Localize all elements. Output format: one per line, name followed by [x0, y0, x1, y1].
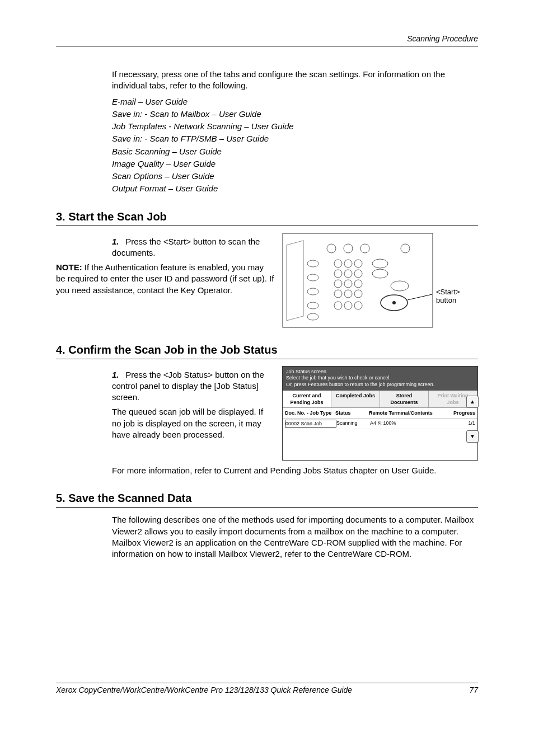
- note-text: If the Authentication feature is enabled…: [56, 262, 274, 295]
- para-2: The queued scan job will be displayed. I…: [112, 406, 274, 440]
- job-status-header: Job Status screen Select the job that yo…: [283, 367, 477, 391]
- section-3-heading: 3. Start the Scan Job: [56, 210, 478, 226]
- job-status-row[interactable]: 00002 Scan Job Scanning A4 ⎘: 100% 1/1: [283, 419, 477, 429]
- tab-completed[interactable]: Completed Jobs: [331, 391, 380, 407]
- js-subtitle2: Or, press Features button to return to t…: [286, 382, 474, 388]
- step-number: 1.: [112, 369, 123, 381]
- col-doc: Doc. No. - Job Type: [285, 410, 335, 416]
- section-3-text: 1. Press the <Start> button to scan the …: [112, 233, 274, 299]
- tab-stored[interactable]: Stored Documents: [380, 391, 429, 407]
- col-status: Status: [335, 410, 369, 416]
- section-4-text: 1. Press the <Job Status> button on the …: [112, 366, 274, 444]
- scroll-up-button[interactable]: ▲: [466, 396, 479, 408]
- js-subtitle: Select the job that you wish to check or…: [286, 375, 474, 382]
- ref-item: E-mail – User Guide: [112, 96, 478, 107]
- header-section-title: Scanning Procedure: [407, 34, 478, 43]
- start-button-callout: <Start> button: [436, 288, 460, 305]
- footer-page-number: 77: [469, 685, 478, 694]
- reference-list: E-mail – User Guide Save in: - Scan to M…: [112, 96, 478, 195]
- ref-item: Save in: - Scan to FTP/SMB – User Guide: [112, 133, 478, 144]
- section-5-heading: 5. Save the Scanned Data: [56, 492, 478, 508]
- ref-item: Save in: - Scan to Mailbox – User Guide: [112, 109, 478, 120]
- ref-item: Scan Options – User Guide: [112, 171, 478, 182]
- step-1-text: Press the <Start> button to scan the doc…: [112, 237, 260, 257]
- job-status-screenshot: Job Status screen Select the job that yo…: [282, 366, 478, 461]
- job-status-tabs: Current and Pending Jobs Completed Jobs …: [283, 391, 477, 408]
- intro-paragraph: If necessary, press one of the tabs and …: [112, 69, 478, 92]
- cell-remote: A4 ⎘: 100%: [370, 420, 447, 428]
- step-number: 1.: [112, 236, 123, 247]
- col-remote: Remote Terminal/Contents: [369, 410, 447, 416]
- section-4-heading: 4. Confirm the Scan Job in the Job Statu…: [56, 344, 478, 359]
- ref-item: Job Templates - Network Scanning – User …: [112, 121, 478, 132]
- note-label: NOTE:: [56, 262, 82, 272]
- ref-item: Basic Scanning – User Guide: [112, 146, 478, 157]
- scroll-down-button[interactable]: ▼: [466, 430, 479, 443]
- js-title: Job Status screen: [286, 369, 474, 375]
- ref-item: Image Quality – User Guide: [112, 158, 478, 170]
- job-status-columns: Doc. No. - Job Type Status Remote Termin…: [283, 408, 477, 419]
- ref-item: Output Format – User Guide: [112, 183, 478, 194]
- para-3: For more information, refer to Current a…: [112, 465, 478, 476]
- footer-left: Xerox CopyCentre/WorkCentre/WorkCentre P…: [56, 685, 352, 694]
- cell-doc: 00002 Scan Job: [285, 420, 336, 428]
- section-5-paragraph: The following describes one of the metho…: [112, 514, 478, 560]
- cell-status: Scanning: [336, 420, 370, 428]
- svg-rect-0: [283, 233, 433, 327]
- control-panel-figure: <Start> button: [282, 233, 478, 328]
- page-header: Scanning Procedure: [56, 34, 478, 46]
- page-footer: Xerox CopyCentre/WorkCentre/WorkCentre P…: [56, 683, 478, 694]
- svg-point-30: [392, 301, 396, 304]
- step-1-text: Press the <Job Status> button on the con…: [112, 370, 264, 402]
- tab-current-pending[interactable]: Current and Pending Jobs: [283, 391, 331, 407]
